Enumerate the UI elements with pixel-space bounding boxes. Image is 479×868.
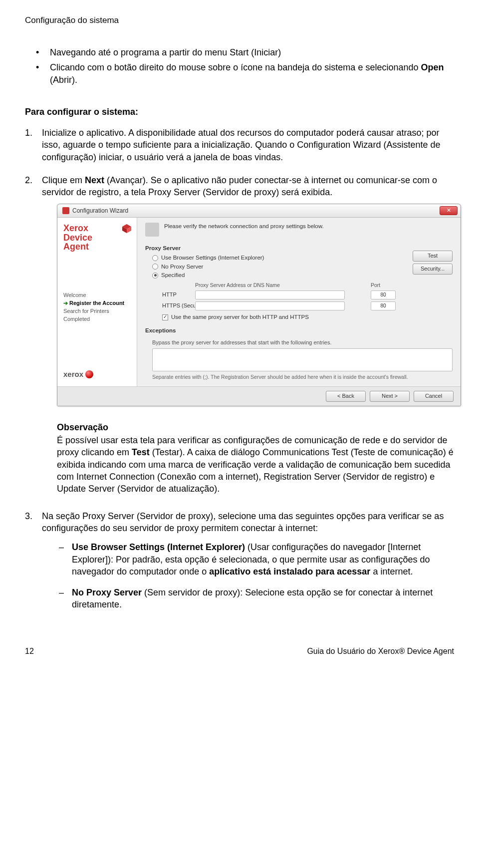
step-3-text: Na seção Proxy Server (Servidor de proxy…	[42, 511, 444, 533]
http-port-input[interactable]: 80	[371, 290, 396, 299]
sub-option-noproxy: No Proxy Server (Sem servidor de proxy):…	[59, 586, 454, 611]
config-wizard-window: Configuration Wizard ✕ Xerox Device	[57, 204, 461, 406]
wizard-step-completed: Completed	[63, 315, 132, 323]
page-number: 12	[25, 646, 34, 657]
observation-heading: Observação	[57, 421, 454, 433]
cancel-button[interactable]: Cancel	[414, 391, 454, 402]
wizard-step-welcome: Welcome	[63, 291, 132, 299]
https-label: HTTPS (Secure)	[162, 302, 192, 309]
brand-line-1: Xerox	[63, 224, 92, 233]
sub1-bold: Use Browser Settings (Internet Explorer)	[72, 542, 245, 552]
wizard-titlebar: Configuration Wizard ✕	[57, 204, 461, 218]
bullet-1: Navegando até o programa a partir do men…	[36, 46, 454, 58]
radio-browser-label: Use Browser Settings (Internet Explorer)	[161, 254, 264, 262]
step-2-a: Clique em	[42, 175, 85, 185]
wizard-footer: < Back Next > Cancel	[57, 386, 461, 406]
security-button[interactable]: Security...	[413, 264, 453, 275]
step-1-text: Inicialize o aplicativo. A disponibilida…	[42, 128, 440, 162]
step-1-num: 1.	[25, 127, 32, 139]
step-2-num: 2.	[25, 174, 32, 186]
sub-option-browser: Use Browser Settings (Internet Explorer)…	[59, 541, 454, 578]
same-proxy-label: Use the same proxy server for both HTTP …	[171, 313, 309, 321]
bullet-2: Clicando com o botão direito do mouse so…	[36, 61, 454, 86]
http-address-input[interactable]	[195, 290, 345, 299]
observation-text: É possível usar esta tela para verificar…	[57, 434, 454, 495]
sub2-bold: No Proxy Server	[72, 587, 142, 597]
xerox-text: xerox	[63, 369, 83, 379]
exceptions-desc: Bypass the proxy server for addresses th…	[152, 339, 453, 346]
sub1-d: a internet.	[370, 567, 413, 577]
xerox-logo: xerox	[63, 369, 132, 379]
observation-block: Observação É possível usar esta tela par…	[57, 421, 454, 495]
cube-icon	[122, 224, 132, 234]
bullet-2-bold: Open	[421, 62, 444, 72]
wizard-sidebar: Xerox Device Agent Welcome Register the …	[57, 218, 137, 386]
step-3-num: 3.	[25, 510, 32, 522]
https-address-input[interactable]	[195, 301, 345, 310]
wizard-title: Configuration Wizard	[72, 207, 128, 215]
page-header: Configuração do sistema	[25, 15, 454, 26]
wizard-main-panel: Please verify the network connection and…	[137, 218, 461, 386]
radio-no-proxy[interactable]	[152, 264, 158, 270]
brand-line-2: Device	[63, 233, 92, 243]
https-port-input[interactable]: 80	[371, 301, 396, 310]
sub1-bold2: aplicativo está instalado para acessar	[209, 567, 370, 577]
step-1: 1. Inicialize o aplicativo. A disponibil…	[25, 127, 454, 163]
network-icon	[145, 223, 159, 237]
step-2: 2. Clique em Next (Avançar). Se o aplica…	[25, 174, 454, 495]
checkbox-same-proxy[interactable]	[162, 314, 168, 320]
bullet-2-c: (Abrir).	[50, 75, 77, 85]
addr-header: Proxy Server Address or DNS Name	[195, 282, 345, 289]
guide-title: Guia do Usuário do Xerox® Device Agent	[307, 646, 454, 657]
obs-bold: Test	[132, 447, 150, 457]
step-3: 3. Na seção Proxy Server (Servidor de pr…	[25, 510, 454, 611]
bullet-1-text: Navegando até o programa a partir do men…	[50, 47, 281, 57]
section-heading: Para configurar o sistema:	[25, 106, 454, 118]
http-label: HTTP	[162, 291, 192, 298]
back-button[interactable]: < Back	[326, 391, 366, 402]
page-footer: 12 Guia do Usuário do Xerox® Device Agen…	[25, 646, 454, 657]
bullet-2-a: Clicando com o botão direito do mouse so…	[50, 62, 421, 72]
wizard-app-icon	[62, 207, 69, 214]
radio-specified[interactable]	[152, 273, 158, 279]
proxy-group-label: Proxy Server	[145, 245, 413, 253]
wizard-instruction: Please verify the network connection and…	[164, 223, 324, 231]
port-header: Port	[371, 282, 396, 289]
radio-specified-label: Specified	[161, 272, 185, 280]
intro-bullets: Navegando até o programa a partir do men…	[25, 46, 454, 86]
wizard-brand: Xerox Device Agent	[63, 224, 132, 252]
radio-browser-settings[interactable]	[152, 255, 158, 261]
step-2-bold: Next	[85, 175, 104, 185]
wizard-step-search: Search for Printers	[63, 307, 132, 315]
test-button[interactable]: Test	[413, 251, 453, 262]
window-close-button[interactable]: ✕	[440, 206, 458, 215]
exceptions-textarea[interactable]	[152, 348, 453, 371]
next-button[interactable]: Next >	[370, 391, 410, 402]
brand-line-3: Agent	[63, 242, 92, 252]
radio-noproxy-label: No Proxy Server	[161, 263, 203, 271]
exceptions-note: Separate entries with (;). The Registrat…	[152, 373, 453, 380]
xerox-ball-icon	[85, 370, 93, 378]
exceptions-group-label: Exceptions	[145, 327, 453, 335]
wizard-step-list: Welcome Register the Account Search for …	[63, 291, 132, 322]
wizard-step-register: Register the Account	[63, 299, 132, 307]
